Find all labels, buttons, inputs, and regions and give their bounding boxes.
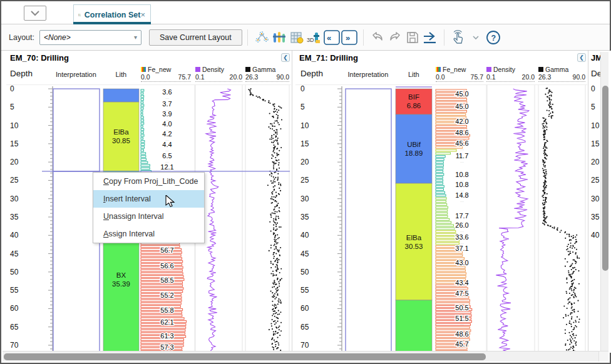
fe-bar — [436, 255, 463, 256]
interpretation-interval[interactable] — [53, 89, 100, 171]
gamma-dot — [545, 201, 547, 203]
horizontal-scrollbar-thumb[interactable] — [4, 353, 486, 360]
gamma-dot — [565, 315, 567, 316]
gamma-dot — [543, 153, 545, 154]
panel-collapse-button[interactable]: ❮ — [577, 53, 586, 62]
gamma-dot — [277, 290, 278, 291]
save-icon[interactable] — [404, 29, 421, 46]
gamma-dot — [274, 245, 275, 246]
gamma-dot — [274, 261, 275, 262]
panel-collapse-button[interactable]: ❮ — [281, 53, 290, 62]
redo-icon[interactable] — [386, 29, 404, 46]
gamma-dot — [548, 93, 549, 94]
depth-label: 20 — [591, 158, 600, 166]
lith-interval-ElBa[interactable] — [103, 102, 139, 171]
gamma-dot — [545, 142, 547, 143]
gamma-dot — [259, 96, 260, 98]
depth-label: 25 — [10, 176, 19, 185]
fe-bar — [141, 119, 144, 121]
fe-bar — [141, 89, 144, 91]
lith-interval[interactable] — [103, 89, 139, 102]
table-lightbulb-icon[interactable] — [288, 29, 306, 46]
gamma-dot — [270, 247, 272, 248]
tab-close-icon[interactable]: × — [140, 11, 145, 19]
tab-bar: Correlation Set × — [1, 1, 610, 24]
gamma-dot — [280, 147, 282, 148]
gamma-dot — [570, 338, 571, 340]
lith-interval-ElBa[interactable] — [396, 183, 432, 300]
menu-item-unassign-interval[interactable]: Unassign Interval — [93, 208, 204, 225]
gamma-dot — [278, 301, 279, 303]
menu-item-assign-interval[interactable]: Assign Interval — [93, 225, 204, 243]
export-icon[interactable] — [421, 29, 439, 46]
gamma-dot — [565, 343, 566, 345]
gamma-dot — [545, 165, 546, 166]
next-holes-icon[interactable]: » — [341, 29, 358, 46]
gamma-dot — [272, 301, 273, 302]
tab-list-button[interactable] — [24, 6, 46, 21]
gamma-dot — [270, 267, 272, 268]
gamma-dot — [273, 144, 274, 146]
gamma-dot — [546, 126, 547, 128]
drillholes-icon[interactable] — [270, 29, 288, 46]
chevron-down-icon[interactable] — [467, 29, 485, 46]
lith-interval[interactable] — [396, 300, 432, 353]
gamma-dot — [549, 95, 550, 96]
gamma-dot — [271, 135, 272, 136]
tracks-canvas-EM_71[interactable]: 0510152025303540455055606570BIF6.86UBif1… — [295, 84, 587, 353]
collapsed-rows-dots: ··· — [165, 300, 169, 303]
color-swatch-icon — [245, 67, 250, 72]
tap-pointer-icon[interactable] — [449, 29, 467, 46]
gamma-dot — [278, 259, 279, 260]
gamma-dot — [570, 247, 571, 248]
fe-bar — [141, 113, 143, 115]
gamma-dot — [270, 123, 271, 124]
horizontal-scrollbar[interactable] — [3, 351, 601, 361]
gamma-dot — [267, 185, 269, 186]
gamma-dot — [542, 117, 543, 118]
gamma-dot — [545, 130, 546, 131]
chevron-down-icon — [30, 10, 40, 16]
gamma-dot — [550, 116, 552, 118]
help-icon[interactable]: ? — [485, 29, 502, 46]
gamma-dot — [276, 258, 277, 260]
fe-value-label: 4.4 — [162, 141, 172, 148]
lith-interval-UBif[interactable] — [396, 114, 432, 183]
lith-interval-BIF[interactable] — [396, 89, 432, 114]
gamma-dot — [280, 185, 281, 186]
gamma-dot — [271, 173, 272, 174]
layout-select[interactable]: <None> ▾ — [39, 30, 141, 45]
vertical-scrollbar-thumb[interactable] — [602, 86, 608, 271]
gamma-dot — [275, 275, 277, 276]
gamma-dot — [277, 115, 279, 116]
gamma-dot — [275, 216, 277, 217]
gamma-dot — [545, 171, 547, 173]
gamma-dot — [542, 161, 543, 163]
menu-item-insert-interval[interactable]: Insert Interval — [93, 190, 204, 208]
fe-bar — [436, 221, 451, 223]
cluster-icon[interactable] — [253, 29, 270, 46]
gamma-dot — [544, 166, 545, 168]
previous-holes-icon[interactable]: « — [323, 29, 341, 46]
column-header-interpretation: Interpretation — [56, 71, 96, 78]
depth-label: 55 — [300, 286, 309, 295]
menu-item-copy-from-proj-lith-code[interactable]: Copy From Proj_Lith_Code — [93, 173, 204, 190]
vertical-scrollbar[interactable] — [600, 52, 608, 351]
gamma-dot — [579, 318, 580, 320]
gamma-dot — [274, 172, 275, 173]
gamma-dot — [545, 119, 546, 121]
fe-bar — [436, 218, 449, 220]
gamma-dot — [277, 144, 279, 145]
gamma-dot — [545, 125, 546, 126]
gamma-dot — [277, 332, 279, 333]
save-current-layout-button[interactable]: Save Current Layout — [149, 29, 242, 46]
3d-holes-icon[interactable]: 3D — [306, 29, 323, 46]
gamma-dot — [280, 303, 282, 304]
gamma-dot — [277, 203, 279, 204]
undo-icon[interactable] — [369, 29, 386, 46]
gamma-dot — [543, 204, 545, 205]
fe-bar — [141, 153, 146, 154]
gamma-dot — [277, 318, 279, 319]
interpretation-interval[interactable] — [346, 89, 391, 353]
collapsed-rows-dots: ··· — [165, 315, 169, 318]
